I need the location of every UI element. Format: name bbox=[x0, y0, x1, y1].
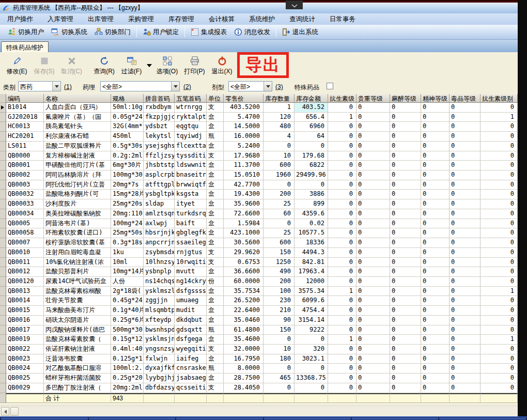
grid-cell[interactable]: 15mg*28片 bbox=[111, 190, 144, 199]
scroll-left-button[interactable] bbox=[1, 407, 9, 416]
grid-cell[interactable]: 0 bbox=[481, 151, 518, 161]
grid-cell[interactable]: 0 bbox=[481, 170, 518, 180]
grid-cell[interactable]: 0 bbox=[390, 296, 421, 306]
grid-cell[interactable]: 0 bbox=[390, 161, 421, 170]
grid-cell[interactable]: 盒 bbox=[207, 335, 224, 345]
chevron-down-icon[interactable] bbox=[264, 82, 272, 91]
grid-header-12[interactable]: 麻醉等级 bbox=[390, 94, 421, 103]
row-selector-cell[interactable] bbox=[0, 132, 6, 142]
grid-header-11[interactable]: 贵重等级 bbox=[357, 94, 390, 103]
row-selector-cell[interactable] bbox=[0, 316, 6, 325]
grid-cell[interactable]: ng14ckry bbox=[175, 277, 207, 287]
grid-header-2[interactable]: 名称 bbox=[44, 94, 111, 103]
grid-cell[interactable]: QB0000 bbox=[6, 151, 44, 161]
grid-cell[interactable]: 0 bbox=[390, 103, 421, 113]
grid-cell[interactable]: 0.1g*40片 bbox=[111, 306, 144, 316]
grid-cell[interactable]: 0 bbox=[390, 345, 421, 354]
grid-cell[interactable]: 200 bbox=[264, 190, 295, 199]
grid-cell[interactable]: 盒 bbox=[207, 316, 224, 325]
row-selector-cell[interactable] bbox=[0, 209, 6, 219]
grid-cell[interactable]: 12000 bbox=[295, 277, 328, 287]
grid-cell[interactable]: 4 bbox=[264, 132, 295, 142]
grid-cell[interactable]: ldswwnit bbox=[175, 161, 207, 170]
grid-cell[interactable]: 0 bbox=[450, 103, 481, 113]
grid-cell[interactable]: 0 bbox=[357, 374, 390, 383]
grid-cell[interactable]: 0 bbox=[450, 209, 481, 219]
grid-cell[interactable]: 0 bbox=[328, 199, 357, 209]
grid-cell[interactable]: 盒 bbox=[207, 228, 224, 238]
grid-cell[interactable]: 1 bbox=[481, 287, 518, 297]
edit-toolbar-exit-button[interactable]: 退出(X) bbox=[208, 54, 236, 77]
grid-cell[interactable]: asplcrpb bbox=[144, 170, 175, 180]
grid-cell[interactable]: 0 bbox=[450, 267, 481, 277]
grid-cell[interactable]: 0 bbox=[481, 267, 518, 277]
grid-cell[interactable]: 0 bbox=[421, 113, 450, 122]
grid-cell[interactable]: 0 bbox=[421, 122, 450, 132]
grid-cell[interactable]: 36.6600 bbox=[224, 267, 264, 277]
grid-cell[interactable]: 0 bbox=[357, 142, 390, 151]
grid-cell[interactable]: 0 bbox=[390, 277, 421, 287]
grid-cell[interactable]: QB0012 bbox=[6, 267, 44, 277]
grid-cell[interactable]: qcsseiti bbox=[175, 383, 207, 393]
grid-cell[interactable]: LS011 bbox=[6, 142, 44, 151]
grid-cell[interactable]: 0 bbox=[450, 170, 481, 180]
grid-cell[interactable]: 0 bbox=[421, 364, 450, 374]
grid-cell[interactable]: 对乙酰氨基酚口服溶 bbox=[44, 364, 111, 374]
grid-cell[interactable]: 11.3700 bbox=[224, 161, 264, 170]
grid-cell[interactable]: 0 bbox=[450, 277, 481, 287]
grid-cell[interactable]: 0 bbox=[450, 335, 481, 345]
grid-cell[interactable]: 0 bbox=[328, 151, 357, 161]
grid-cell[interactable]: bnaseitr bbox=[175, 170, 207, 180]
grid-cell[interactable]: 泛昔洛韦胶囊 bbox=[44, 354, 111, 364]
grid-cell[interactable]: 0 bbox=[450, 287, 481, 297]
grid-cell[interactable]: 0 bbox=[390, 316, 421, 325]
grid-cell[interactable]: 盒 bbox=[207, 161, 224, 170]
grid-cell[interactable]: 支 bbox=[207, 248, 224, 258]
grid-cell[interactable]: 盒 bbox=[207, 238, 224, 248]
grid-cell[interactable]: 0 bbox=[328, 374, 357, 383]
grid-cell[interactable]: QB0001 bbox=[6, 161, 44, 170]
tab-special-drug-maintenance[interactable]: 特殊药品维护 bbox=[1, 41, 49, 52]
row-selector-cell[interactable] bbox=[0, 354, 6, 364]
grid-cell[interactable]: 90 bbox=[264, 316, 295, 325]
grid-cell[interactable]: wtrnrgg bbox=[175, 103, 207, 113]
grid-cell[interactable]: 0 bbox=[450, 316, 481, 325]
grid-cell[interactable]: 1 bbox=[328, 287, 357, 297]
grid-cell[interactable]: 0 bbox=[264, 142, 295, 151]
grid-cell[interactable]: 35.7534 bbox=[224, 287, 264, 297]
grid-cell[interactable]: 0 bbox=[421, 277, 450, 287]
horizontal-scrollbar[interactable] bbox=[0, 406, 518, 416]
grid-cell[interactable]: QB0014 bbox=[6, 296, 44, 306]
grid-cell[interactable]: QB0007 bbox=[6, 238, 44, 248]
grid-cell[interactable]: 0 bbox=[328, 170, 357, 180]
grid-cell[interactable]: 0 bbox=[481, 161, 518, 170]
grid-cell[interactable]: 0 bbox=[421, 296, 450, 306]
grid-cell[interactable]: 0 bbox=[295, 383, 328, 393]
grid-cell[interactable]: QB00032 bbox=[6, 190, 44, 199]
row-selector-cell[interactable] bbox=[0, 122, 6, 132]
grid-cell[interactable]: 盒 bbox=[207, 199, 224, 209]
grid-cell[interactable]: 0 bbox=[481, 228, 518, 238]
grid-cell[interactable]: 0 bbox=[328, 228, 357, 238]
grid-cell[interactable]: dsfgssss bbox=[175, 287, 207, 297]
row-selector-cell[interactable] bbox=[0, 345, 6, 354]
grid-cell[interactable]: 0 bbox=[357, 345, 390, 354]
grid-cell[interactable]: 0 bbox=[295, 364, 328, 374]
taskbar-item[interactable] bbox=[176, 418, 263, 420]
grid-cell[interactable]: 0 bbox=[450, 296, 481, 306]
grid-header-7[interactable]: 零售价 bbox=[224, 94, 264, 103]
grid-cell[interactable]: 0 bbox=[450, 161, 481, 170]
row-selector-cell[interactable] bbox=[0, 248, 6, 258]
grid-cell[interactable]: 盒 bbox=[207, 170, 224, 180]
grid-cell[interactable]: 32.0000 bbox=[224, 345, 264, 354]
grid-cell[interactable]: 0 bbox=[421, 374, 450, 383]
grid-cell[interactable]: 盐酸克林霉素棕榈酸 bbox=[44, 287, 111, 297]
edit-toolbar-query-button[interactable]: 查询(R) bbox=[90, 54, 118, 77]
grid-cell[interactable]: QB0011 bbox=[6, 258, 44, 268]
grid-cell[interactable]: 0 bbox=[264, 335, 295, 345]
grid-cell[interactable]: 20mg:110 bbox=[111, 209, 144, 219]
grid-cell[interactable]: amlztsqn bbox=[144, 209, 175, 219]
grid-cell[interactable]: 403.5200 bbox=[224, 103, 264, 113]
grid-cell[interactable]: QB0019 bbox=[6, 335, 44, 345]
grid-cell[interactable]: 120 bbox=[264, 113, 295, 122]
